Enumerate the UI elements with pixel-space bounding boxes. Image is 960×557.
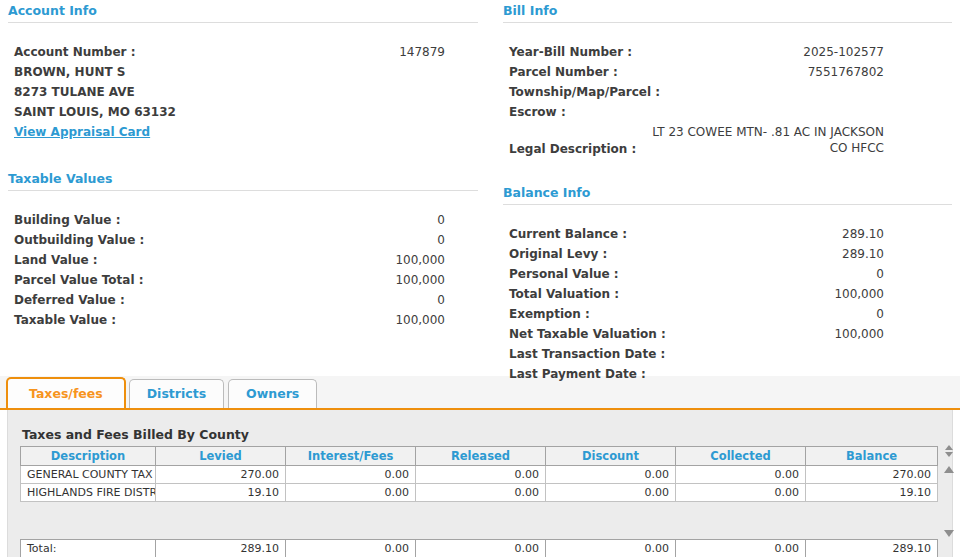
parcel-value-total: 100,000 (395, 273, 478, 287)
table-header-row: Description Levied Interest/Fees Release… (21, 447, 938, 466)
building-value-row: Building Value : 0 (8, 210, 478, 230)
total-released: 0.00 (416, 540, 546, 557)
cell-description[interactable]: HIGHLANDS FIRE DISTRICT TA (21, 484, 156, 502)
header-scroll-up-icon[interactable] (945, 445, 953, 450)
left-column: Account Info Account Number : 147879 BRO… (8, 2, 478, 376)
last-payment-date-row: Last Payment Date : (503, 364, 952, 384)
total-valuation-row: Total Valuation : 100,000 (503, 284, 952, 304)
taxes-fees-table: Description Levied Interest/Fees Release… (20, 446, 938, 502)
cell-levied[interactable]: 19.10 (156, 484, 286, 502)
cell-description[interactable]: GENERAL COUNTY TAX (21, 466, 156, 484)
cell-balance[interactable]: 19.10 (806, 484, 938, 502)
outbuilding-value: 0 (437, 233, 478, 247)
current-balance-row: Current Balance : 289.10 (503, 224, 952, 244)
deferred-value-label: Deferred Value : (8, 293, 125, 307)
col-header-description[interactable]: Description (21, 447, 156, 466)
legal-description: LT 23 COWEE MTN- .81 AC IN JACKSON CO HF… (636, 124, 952, 156)
cell-released[interactable]: 0.00 (416, 466, 546, 484)
year-bill-number-row: Year-Bill Number : 2025-102577 (503, 42, 952, 62)
bill-info-section: Bill Info Year-Bill Number : 2025-102577… (503, 2, 952, 156)
parcel-number: 7551767802 (808, 65, 952, 79)
total-row: Total: 289.10 0.00 0.00 0.00 0.00 289.10 (21, 540, 938, 557)
cell-interest-fees[interactable]: 0.00 (286, 484, 416, 502)
right-column: Bill Info Year-Bill Number : 2025-102577… (503, 2, 952, 376)
col-header-interest-fees[interactable]: Interest/Fees (286, 447, 416, 466)
escrow-label: Escrow : (503, 105, 566, 119)
legal-description-label: Legal Description : (503, 142, 636, 156)
year-bill-number-label: Year-Bill Number : (503, 45, 632, 59)
last-transaction-date-label: Last Transaction Date : (503, 347, 665, 361)
exemption: 0 (876, 307, 952, 321)
scroll-up-button[interactable] (944, 466, 954, 473)
account-number-value: 147879 (399, 45, 478, 59)
col-header-released[interactable]: Released (416, 447, 546, 466)
col-header-discount[interactable]: Discount (546, 447, 676, 466)
personal-value-label: Personal Value : (503, 267, 619, 281)
cell-released[interactable]: 0.00 (416, 484, 546, 502)
building-value-label: Building Value : (8, 213, 120, 227)
escrow-row: Escrow : (503, 102, 952, 122)
last-transaction-date-row: Last Transaction Date : (503, 344, 952, 364)
cell-interest-fees[interactable]: 0.00 (286, 466, 416, 484)
owner-name: BROWN, HUNT S (8, 62, 478, 82)
parcel-number-row: Parcel Number : 7551767802 (503, 62, 952, 82)
header-scroll-down-icon[interactable] (945, 452, 953, 457)
balance-info-section: Balance Info Current Balance : 289.10 Or… (503, 184, 952, 384)
scroll-down-button[interactable] (944, 530, 954, 537)
view-appraisal-card-link[interactable]: View Appraisal Card (14, 125, 150, 139)
exemption-row: Exemption : 0 (503, 304, 952, 324)
total-valuation-label: Total Valuation : (503, 287, 619, 301)
cell-balance[interactable]: 270.00 (806, 466, 938, 484)
township-map-parcel-row: Township/Map/Parcel : (503, 82, 952, 102)
total-interest-fees: 0.00 (286, 540, 416, 557)
table-total-row: Total: 289.10 0.00 0.00 0.00 0.00 289.10 (20, 539, 938, 557)
legal-description-row: Legal Description : LT 23 COWEE MTN- .81… (503, 124, 952, 156)
personal-value-row: Personal Value : 0 (503, 264, 952, 284)
bill-info-title: Bill Info (503, 2, 952, 23)
table-row-highlands-fire-district[interactable]: HIGHLANDS FIRE DISTRICT TA 19.10 0.00 0.… (21, 484, 938, 502)
net-taxable-valuation: 100,000 (834, 327, 952, 341)
tab-owners[interactable]: Owners (228, 379, 317, 408)
township-map-parcel-label: Township/Map/Parcel : (503, 85, 660, 99)
taxes-fees-panel: Taxes and Fees Billed By County Descript… (7, 410, 953, 557)
cell-collected[interactable]: 0.00 (676, 466, 806, 484)
grid-section-title: Taxes and Fees Billed By County (8, 410, 952, 446)
col-header-balance[interactable]: Balance (806, 447, 938, 466)
cell-levied[interactable]: 270.00 (156, 466, 286, 484)
tab-taxes-fees[interactable]: Taxes/fees (6, 377, 126, 408)
last-payment-date-label: Last Payment Date : (503, 367, 646, 381)
current-balance-label: Current Balance : (503, 227, 627, 241)
total-discount: 0.00 (546, 540, 676, 557)
balance-info-title: Balance Info (503, 184, 952, 205)
exemption-label: Exemption : (503, 307, 590, 321)
deferred-value-row: Deferred Value : 0 (8, 290, 478, 310)
original-levy-row: Original Levy : 289.10 (503, 244, 952, 264)
outbuilding-value-row: Outbuilding Value : 0 (8, 230, 478, 250)
total-collected: 0.00 (676, 540, 806, 557)
col-header-collected[interactable]: Collected (676, 447, 806, 466)
tax-bill-detail-page: Account Info Account Number : 147879 BRO… (0, 0, 960, 557)
tab-districts[interactable]: Districts (129, 379, 224, 408)
original-levy-label: Original Levy : (503, 247, 607, 261)
taxable-value: 100,000 (395, 313, 478, 327)
cell-discount[interactable]: 0.00 (546, 484, 676, 502)
taxes-fees-grid: Description Levied Interest/Fees Release… (20, 446, 937, 557)
land-value: 100,000 (395, 253, 478, 267)
personal-value: 0 (876, 267, 952, 281)
account-info-section: Account Info Account Number : 147879 BRO… (8, 2, 478, 142)
total-valuation: 100,000 (834, 287, 952, 301)
total-levied: 289.10 (156, 540, 286, 557)
deferred-value: 0 (437, 293, 478, 307)
table-row-general-county-tax[interactable]: GENERAL COUNTY TAX 270.00 0.00 0.00 0.00… (21, 466, 938, 484)
parcel-number-label: Parcel Number : (503, 65, 618, 79)
cell-collected[interactable]: 0.00 (676, 484, 806, 502)
table-scrollbar[interactable] (941, 444, 957, 537)
summary-area: Account Info Account Number : 147879 BRO… (0, 0, 960, 376)
parcel-value-total-row: Parcel Value Total : 100,000 (8, 270, 478, 290)
table-empty-area (20, 502, 937, 539)
taxable-value-label: Taxable Value : (8, 313, 116, 327)
cell-discount[interactable]: 0.00 (546, 466, 676, 484)
col-header-levied[interactable]: Levied (156, 447, 286, 466)
current-balance: 289.10 (842, 227, 952, 241)
taxable-value-row: Taxable Value : 100,000 (8, 310, 478, 330)
